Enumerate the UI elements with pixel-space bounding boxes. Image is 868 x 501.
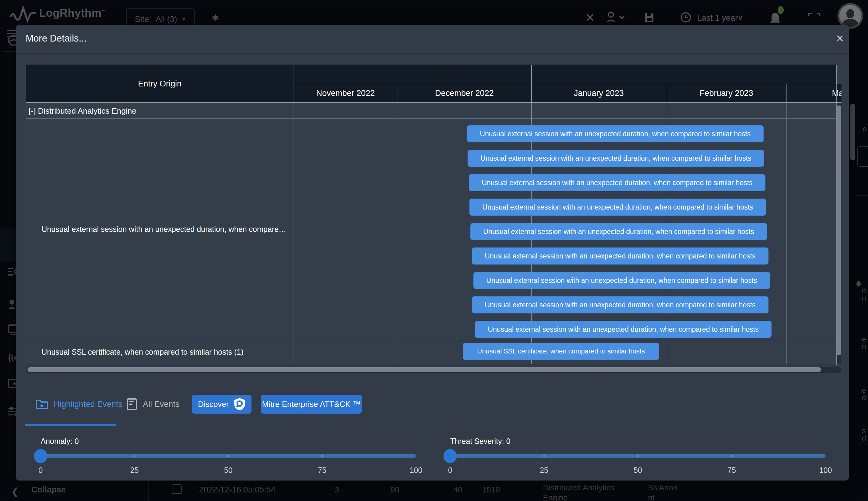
tab-all-events[interactable]: All Events bbox=[127, 396, 179, 413]
month-header-5: March 2023 bbox=[787, 84, 842, 103]
slider-tick-label: 0 bbox=[39, 466, 43, 475]
year-group-cell-2022 bbox=[294, 65, 532, 84]
row-divider bbox=[26, 340, 837, 340]
month-header-4: February 2023 bbox=[666, 84, 787, 103]
event-pill-unusual-session[interactable]: Unusual external session with an unexpec… bbox=[469, 174, 766, 191]
tab-highlighted-events[interactable]: ★ Highlighted Events bbox=[35, 396, 122, 413]
modal-header-divider bbox=[16, 53, 849, 54]
discover-button[interactable]: Discover bbox=[192, 395, 252, 414]
more-details-modal: More Details... ✕ Entry Origin November … bbox=[16, 25, 849, 481]
events-timeline-table: Entry Origin November 2022December 2022J… bbox=[26, 65, 842, 365]
group-row-toggle[interactable]: [-] Distributed Analytics Engine bbox=[29, 106, 136, 116]
row-label-unusual-session: Unusual external session with an unexpec… bbox=[42, 225, 286, 234]
slider-tick-label: 100 bbox=[819, 466, 832, 475]
tab-all-events-label: All Events bbox=[143, 399, 179, 409]
close-icon[interactable]: ✕ bbox=[833, 31, 847, 46]
column-gridline bbox=[787, 103, 787, 364]
slider-tick-label: 50 bbox=[224, 466, 233, 475]
threat-severity-slider-track[interactable] bbox=[450, 454, 826, 458]
tab-highlighted-events-label: Highlighted Events bbox=[54, 399, 122, 409]
slider-tick-label: 25 bbox=[540, 466, 548, 475]
table-hscrollbar-track[interactable] bbox=[26, 366, 842, 373]
svg-text:★: ★ bbox=[40, 403, 44, 409]
row-label-unusual-ssl: Unusual SSL certificate, when compared t… bbox=[42, 348, 243, 356]
event-pill-unusual-session[interactable]: Unusual external session with an unexpec… bbox=[468, 150, 764, 167]
threat-severity-slider-thumb[interactable] bbox=[443, 449, 457, 463]
slider-tick-label: 50 bbox=[634, 466, 642, 475]
anomaly-slider-label: Anomaly: 0 bbox=[41, 437, 79, 446]
column-gridline bbox=[397, 103, 397, 364]
anomaly-slider-track[interactable] bbox=[41, 454, 416, 458]
event-pill-unusual-session[interactable]: Unusual external session with an unexpec… bbox=[473, 272, 770, 289]
anomaly-slider-thumb[interactable] bbox=[34, 449, 47, 463]
event-pill-unusual-session[interactable]: Unusual external session with an unexpec… bbox=[472, 247, 769, 265]
month-header-1: November 2022 bbox=[294, 84, 397, 103]
threat-severity-slider-label: Threat Severity: 0 bbox=[450, 437, 510, 446]
table-hscrollbar-thumb[interactable] bbox=[28, 367, 821, 372]
mitre-attack-button[interactable]: Mitre Enterprise ATT&CK ™ bbox=[261, 395, 362, 414]
slider-tick-label: 25 bbox=[130, 466, 139, 475]
event-pill-unusual-session[interactable]: Unusual external session with an unexpec… bbox=[470, 223, 767, 240]
discover-shield-search-icon bbox=[234, 398, 245, 411]
active-tab-underline bbox=[25, 424, 116, 426]
row-divider bbox=[26, 118, 837, 119]
folder-star-icon: ★ bbox=[35, 398, 48, 410]
discover-button-label: Discover bbox=[198, 399, 229, 409]
entry-origin-header: Entry Origin bbox=[26, 65, 294, 103]
column-gridline bbox=[294, 103, 294, 364]
modal-title: More Details... bbox=[26, 33, 87, 44]
event-pill-unusual-session[interactable]: Unusual external session with an unexpec… bbox=[467, 125, 763, 142]
event-pill-unusual-session[interactable]: Unusual external session with an unexpec… bbox=[475, 321, 771, 338]
mitre-attack-button-label: Mitre Enterprise ATT&CK ™ bbox=[262, 399, 361, 409]
table-vscrollbar-thumb[interactable] bbox=[837, 105, 841, 355]
event-pill-unusual-ssl[interactable]: Unusual SSL certificate, when compared t… bbox=[463, 343, 659, 360]
event-pill-unusual-session[interactable]: Unusual external session with an unexpec… bbox=[469, 199, 766, 216]
slider-tick-label: 75 bbox=[728, 466, 736, 475]
slider-tick-label: 100 bbox=[409, 466, 422, 475]
document-list-icon bbox=[127, 398, 138, 410]
month-header-2: December 2022 bbox=[397, 84, 532, 103]
slider-tick-label: 75 bbox=[318, 466, 327, 475]
month-header-3: January 2023 bbox=[531, 84, 666, 103]
slider-tick-label: 0 bbox=[448, 466, 452, 475]
event-pill-unusual-session[interactable]: Unusual external session with an unexpec… bbox=[472, 296, 769, 313]
year-group-cell-2023 bbox=[531, 65, 837, 84]
